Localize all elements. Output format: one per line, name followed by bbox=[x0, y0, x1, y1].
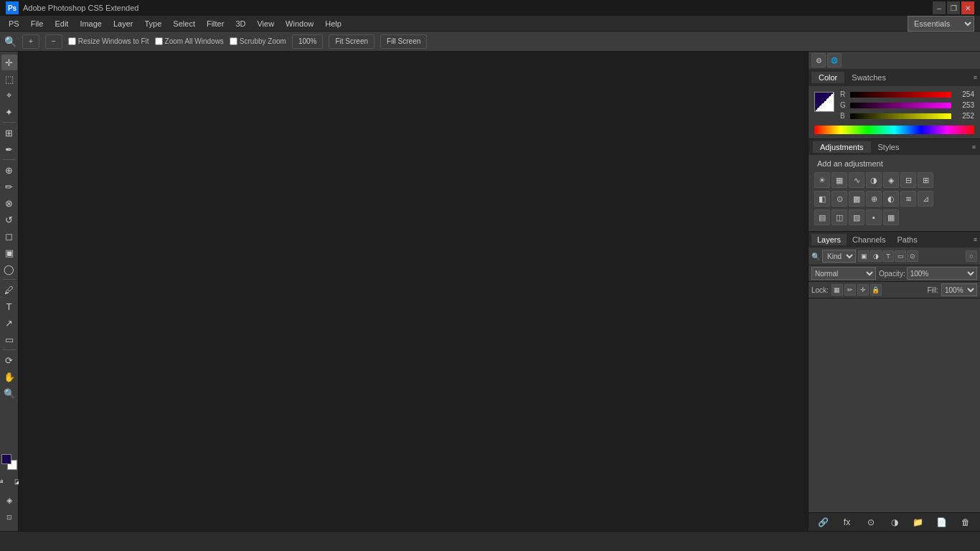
filter-type-icon[interactable]: T bbox=[882, 250, 894, 262]
adj-panel-options[interactable]: ≡ bbox=[972, 143, 976, 151]
fg-bg-color-swatches[interactable] bbox=[1, 454, 17, 470]
color-panel-options[interactable]: ≡ bbox=[974, 74, 977, 81]
quick-select-tool[interactable]: ✦ bbox=[1, 104, 17, 120]
adj-channelmix-btn[interactable]: ▩ bbox=[849, 191, 864, 207]
channels-tab[interactable]: Channels bbox=[847, 234, 891, 245]
adj-posterize-btn[interactable]: ≋ bbox=[900, 191, 916, 207]
lock-image-icon[interactable]: ✏ bbox=[844, 284, 856, 296]
crop-tool[interactable]: ⊞ bbox=[1, 125, 17, 141]
adj-photofilter-btn[interactable]: ⊙ bbox=[831, 191, 847, 207]
adj-vibrance-btn[interactable]: ◈ bbox=[883, 172, 899, 188]
adj-colorlookup-btn[interactable]: ⊕ bbox=[866, 191, 882, 207]
menu-help[interactable]: Help bbox=[319, 18, 347, 29]
g-slider[interactable] bbox=[850, 103, 951, 108]
scrubby-zoom-label[interactable]: Scrubby Zoom bbox=[230, 37, 286, 45]
menu-edit[interactable]: Edit bbox=[49, 18, 74, 29]
gradient-tool[interactable]: ▣ bbox=[1, 245, 17, 260]
adj-selectivecolor-btn[interactable]: ◫ bbox=[831, 209, 847, 225]
eraser-tool[interactable]: ◻ bbox=[1, 228, 17, 244]
link-layers-button[interactable]: 🔗 bbox=[817, 516, 830, 529]
filter-shape-icon[interactable]: ▭ bbox=[895, 250, 906, 262]
filter-toggle[interactable]: ○ bbox=[966, 250, 977, 262]
3d-tool[interactable]: ⟳ bbox=[1, 352, 17, 368]
adj-shadows-btn[interactable]: ▨ bbox=[849, 209, 864, 225]
menu-view[interactable]: View bbox=[251, 18, 280, 29]
b-slider[interactable] bbox=[850, 113, 951, 119]
layers-panel-options[interactable]: ≡ bbox=[974, 236, 977, 243]
adj-gradientmap-btn[interactable]: ▤ bbox=[814, 209, 830, 225]
blend-mode-select[interactable]: Normal Multiply Screen Overlay bbox=[811, 267, 876, 280]
scrubby-zoom-checkbox[interactable] bbox=[230, 37, 237, 45]
new-fill-button[interactable]: ◑ bbox=[888, 516, 901, 529]
color-spectrum[interactable] bbox=[814, 126, 974, 134]
new-group-button[interactable]: 📁 bbox=[912, 516, 925, 529]
fit-screen-button[interactable]: Fit Screen bbox=[329, 34, 374, 49]
adj-exposure-btn[interactable]: ◑ bbox=[866, 172, 882, 188]
add-mask-button[interactable]: ⊙ bbox=[864, 516, 877, 529]
zoom-in-button[interactable]: + bbox=[22, 34, 39, 49]
history-brush-tool[interactable]: ↺ bbox=[1, 212, 17, 227]
add-style-button[interactable]: fx bbox=[841, 516, 854, 529]
menu-type[interactable]: Type bbox=[139, 18, 168, 29]
hand-tool[interactable]: ✋ bbox=[1, 369, 17, 385]
adj-gradient-btn[interactable]: ▦ bbox=[883, 209, 899, 225]
pen-tool[interactable]: 🖊 bbox=[1, 282, 17, 298]
resize-windows-checkbox[interactable] bbox=[68, 37, 76, 45]
adj-levels-btn[interactable]: ▦ bbox=[831, 172, 847, 188]
clone-stamp-tool[interactable]: ⊗ bbox=[1, 195, 17, 211]
brush-tool[interactable]: ✏ bbox=[1, 179, 17, 194]
menu-3d[interactable]: 3D bbox=[230, 18, 251, 29]
layers-tab[interactable]: Layers bbox=[811, 234, 847, 245]
filter-smart-icon[interactable]: ⊙ bbox=[907, 250, 918, 262]
menu-select[interactable]: Select bbox=[167, 18, 201, 29]
switch-colors-button[interactable]: ⇄ bbox=[0, 474, 9, 489]
lasso-tool[interactable]: ⌖ bbox=[1, 88, 17, 103]
menu-window[interactable]: Window bbox=[280, 18, 319, 29]
path-selection-tool[interactable]: ↗ bbox=[1, 315, 17, 331]
lock-transparent-icon[interactable]: ▦ bbox=[831, 284, 843, 296]
filter-pixel-icon[interactable]: ▣ bbox=[858, 250, 870, 262]
lock-position-icon[interactable]: ✛ bbox=[857, 284, 869, 296]
menu-image[interactable]: Image bbox=[74, 18, 108, 29]
zoom-100-button[interactable]: 100% bbox=[292, 34, 324, 49]
lock-all-icon[interactable]: 🔒 bbox=[870, 284, 882, 296]
shape-tool[interactable]: ▭ bbox=[1, 331, 17, 347]
screen-mode-button[interactable]: ⊡ bbox=[1, 509, 17, 525]
essentials-dropdown[interactable]: Essentials Design Painting Photography bbox=[908, 16, 974, 32]
minimize-button[interactable]: – bbox=[933, 1, 946, 14]
menu-file[interactable]: File bbox=[25, 18, 50, 29]
zoom-out-button[interactable]: − bbox=[45, 34, 62, 49]
paths-tab[interactable]: Paths bbox=[892, 234, 923, 245]
restore-button[interactable]: ❐ bbox=[947, 1, 960, 14]
zoom-tool[interactable]: 🔍 bbox=[1, 385, 17, 401]
eyedropper-tool[interactable]: ✒ bbox=[1, 141, 17, 157]
menu-filter[interactable]: Filter bbox=[201, 18, 230, 29]
adj-hsl-btn[interactable]: ⊟ bbox=[900, 172, 916, 188]
panel-icon-1[interactable]: ⚙ bbox=[811, 53, 826, 67]
layers-kind-select[interactable]: Kind bbox=[822, 250, 856, 263]
r-slider[interactable] bbox=[850, 92, 951, 98]
marquee-tool[interactable]: ⬚ bbox=[1, 71, 17, 87]
spot-heal-tool[interactable]: ⊕ bbox=[1, 162, 17, 178]
adj-colorbalance-btn[interactable]: ⊞ bbox=[918, 172, 933, 188]
adjustments-tab[interactable]: Adjustments bbox=[813, 141, 871, 153]
adj-threshold-btn[interactable]: ⊿ bbox=[918, 191, 933, 207]
delete-layer-button[interactable]: 🗑 bbox=[959, 516, 972, 529]
color-swatch-display[interactable] bbox=[814, 92, 834, 112]
dodge-tool[interactable]: ◯ bbox=[1, 261, 17, 277]
adj-brightness-btn[interactable]: ☀ bbox=[814, 172, 830, 188]
filter-adj-icon[interactable]: ◑ bbox=[870, 250, 882, 262]
fill-screen-button[interactable]: Fill Screen bbox=[380, 34, 427, 49]
swatches-tab[interactable]: Swatches bbox=[844, 72, 893, 83]
move-tool[interactable]: ✛ bbox=[1, 55, 17, 70]
adj-curves-btn[interactable]: ∿ bbox=[849, 172, 864, 188]
styles-tab[interactable]: Styles bbox=[871, 141, 907, 153]
zoom-all-label[interactable]: Zoom All Windows bbox=[155, 37, 224, 45]
fill-select[interactable]: 100% bbox=[941, 283, 977, 296]
close-button[interactable]: ✕ bbox=[961, 1, 974, 14]
menu-layer[interactable]: Layer bbox=[108, 18, 139, 29]
menu-ps[interactable]: PS bbox=[3, 18, 25, 29]
adj-bw-btn[interactable]: ◧ bbox=[814, 191, 830, 207]
opacity-select[interactable]: 100% bbox=[907, 267, 977, 280]
adj-solid-btn[interactable]: ▪ bbox=[866, 209, 882, 225]
